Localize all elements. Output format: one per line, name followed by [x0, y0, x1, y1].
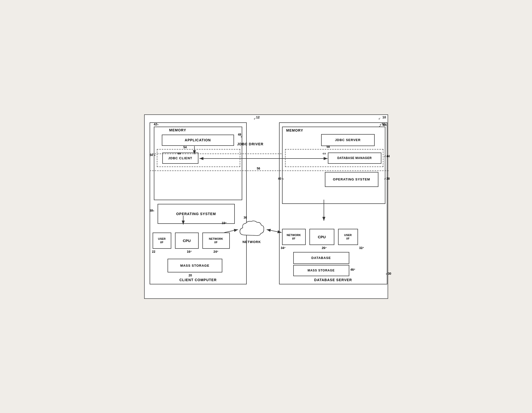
ref-10-arrow: ↙	[378, 117, 381, 120]
ref-16-arrow: ↗	[189, 250, 192, 253]
ref-10: 10	[382, 115, 386, 119]
db-server-box: 52 ↙ MEMORY JDBC SERVER 58 ⇔ DATABASE MA…	[279, 122, 387, 284]
jdbc-client-box: JDBC CLIENT	[162, 153, 198, 164]
ref-34-arrow: ↗	[283, 246, 286, 249]
ref-26-arrow: ↗	[324, 246, 327, 249]
ref-24-arrow: ↗	[216, 250, 218, 253]
ref-52: 52	[382, 123, 385, 126]
user-if-client-box: USER I/F	[153, 233, 171, 249]
cpu-client-box: CPU	[175, 233, 199, 249]
db-manager-box: DATABASE MANAGER	[328, 153, 381, 164]
ref-56: 56	[257, 167, 260, 170]
ref-50-arrow: ↘	[153, 153, 156, 157]
double-arrow-58: ⇔	[322, 151, 326, 156]
ref-30: 30	[388, 272, 391, 275]
mass-storage-server-box: MASS STORAGE	[293, 265, 349, 276]
cpu-server-box: CPU	[309, 229, 334, 245]
ref-22: 22	[152, 250, 155, 253]
application-box: APPLICATION	[162, 135, 234, 146]
ref-42-arrow: ↘	[156, 123, 159, 126]
db-server-label: DATABASE SERVER	[280, 278, 387, 282]
network-cloud-svg	[237, 219, 266, 239]
database-box: DATABASE	[293, 252, 349, 264]
ref-28-arrow: ↙	[384, 177, 386, 180]
ref-12-arrow: ↙	[254, 117, 256, 120]
jdbc-server-box: JDBC SERVER	[321, 134, 375, 146]
ref-36: 36	[244, 216, 247, 219]
net-if-client-box: NETWORK I/F	[202, 233, 230, 249]
client-computer-label: CLIENT COMPUTER	[150, 278, 246, 282]
ref-20: 20	[189, 274, 192, 277]
ref-40-arrow: ↘	[282, 177, 284, 180]
dashed-area-server: 58 ⇔ DATABASE MANAGER	[285, 149, 383, 167]
user-if-server-box: USER I/F	[338, 229, 358, 245]
ref-54: 54	[183, 146, 187, 149]
mass-storage-client-box: MASS STORAGE	[168, 259, 222, 272]
memory-server-label: MEMORY	[286, 128, 303, 132]
ref-38-arrow: ↘	[152, 209, 154, 212]
jdbc-dashed-area-client: 54 ⇔ JDBC CLIENT	[157, 149, 240, 167]
ref-44: 44	[386, 155, 390, 158]
ref-18-arrow: ↗	[224, 221, 227, 225]
memory-server-box: 52 ↙ MEMORY JDBC SERVER 58 ⇔ DATABASE MA…	[282, 127, 385, 204]
jdbc-driver-label: JDBC DRIVER	[227, 137, 274, 151]
ref-28: 28	[386, 177, 390, 180]
ref-12: 12	[256, 115, 260, 119]
ref-58: 58	[327, 145, 330, 149]
memory-client-label: MEMORY	[169, 128, 186, 132]
ref-30-arrow: ↙	[386, 272, 388, 275]
ref-40: 40	[278, 177, 281, 180]
ref-32-arrow: ↗	[362, 246, 364, 249]
ref-50: 50	[150, 153, 153, 157]
network-cloud-label: NETWORK	[237, 240, 266, 244]
ref-46-arrow: ↗	[353, 268, 355, 271]
os-client-box: OPERATING SYSTEM	[158, 204, 235, 224]
net-if-server-box: NETWORK I/F	[282, 229, 306, 245]
ref-44-arrow: ↙	[384, 155, 386, 158]
ref-52-arrow: ↙	[380, 123, 382, 126]
os-server-box: OPERATING SYSTEM	[325, 172, 378, 187]
